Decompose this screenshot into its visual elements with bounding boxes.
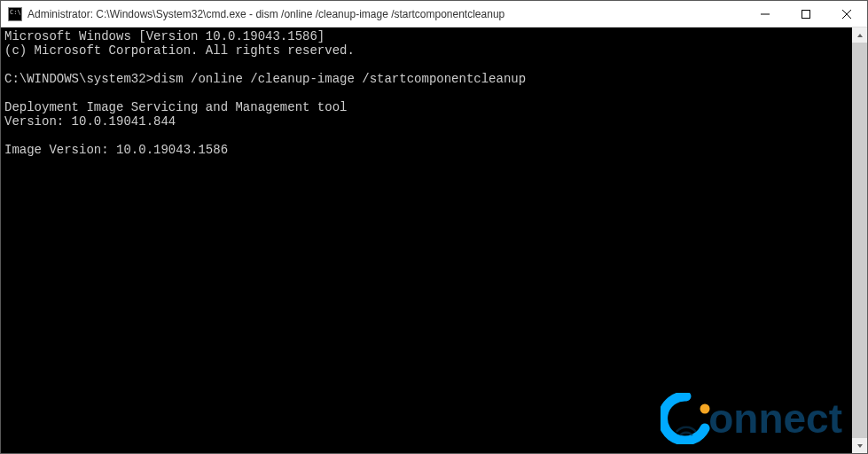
client-area: Microsoft Windows [Version 10.0.19043.15… — [1, 27, 867, 453]
vertical-scrollbar[interactable] — [852, 27, 867, 453]
cmd-window: Administrator: C:\Windows\System32\cmd.e… — [0, 0, 868, 454]
scrollbar-track[interactable] — [852, 43, 867, 438]
svg-rect-0 — [761, 13, 770, 14]
scrollbar-thumb[interactable] — [852, 43, 867, 438]
terminal-output[interactable]: Microsoft Windows [Version 10.0.19043.15… — [1, 27, 852, 453]
maximize-button[interactable] — [786, 1, 826, 27]
window-controls — [745, 1, 867, 27]
maximize-icon — [802, 10, 810, 19]
svg-rect-1 — [802, 10, 810, 18]
chevron-up-icon — [856, 32, 864, 39]
window-title: Administrator: C:\Windows\System32\cmd.e… — [27, 8, 745, 20]
close-icon — [842, 10, 851, 19]
scroll-up-button[interactable] — [852, 27, 867, 43]
scroll-down-button[interactable] — [852, 438, 867, 453]
minimize-icon — [761, 10, 770, 19]
chevron-down-icon — [856, 442, 864, 450]
titlebar[interactable]: Administrator: C:\Windows\System32\cmd.e… — [1, 1, 867, 27]
close-button[interactable] — [826, 1, 867, 27]
minimize-button[interactable] — [745, 1, 786, 27]
cmd-icon — [8, 7, 22, 21]
